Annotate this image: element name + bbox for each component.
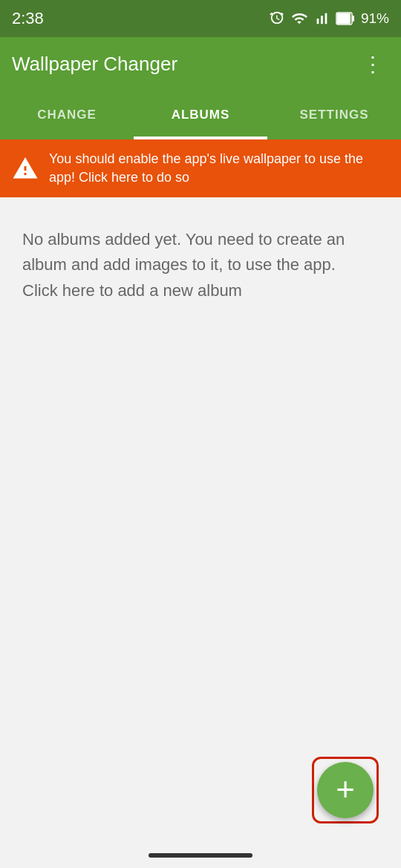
- overflow-menu-icon[interactable]: ⋮: [356, 46, 389, 82]
- app-bar: Wallpaper Changer ⋮: [0, 37, 401, 91]
- tab-change[interactable]: CHANGE: [0, 91, 134, 139]
- wifi-icon: [291, 10, 307, 27]
- svg-rect-1: [352, 16, 354, 22]
- tab-bar: CHANGE ALBUMS SETTINGS: [0, 91, 401, 139]
- tab-settings[interactable]: SETTINGS: [267, 91, 401, 139]
- empty-message[interactable]: No albums added yet. You need to create …: [22, 227, 379, 303]
- battery-percent: 91%: [361, 10, 389, 27]
- app-title: Wallpaper Changer: [12, 53, 177, 76]
- add-album-button[interactable]: +: [317, 762, 374, 818]
- main-content[interactable]: No albums added yet. You need to create …: [0, 197, 401, 332]
- status-bar: 2:38 91%: [0, 0, 401, 37]
- status-icons: 91%: [269, 10, 389, 27]
- home-indicator: [149, 853, 252, 858]
- fab-container: +: [312, 757, 379, 823]
- svg-rect-2: [337, 13, 351, 24]
- warning-banner[interactable]: You should enable the app's live wallpap…: [0, 139, 401, 197]
- signal-icon: [313, 10, 330, 27]
- fab-wrapper: +: [312, 757, 379, 823]
- warning-triangle-icon: [12, 155, 39, 182]
- alarm-icon: [269, 10, 285, 27]
- tab-albums[interactable]: ALBUMS: [134, 91, 267, 139]
- plus-icon: +: [336, 773, 355, 806]
- battery-icon: [336, 10, 355, 27]
- status-time: 2:38: [12, 9, 44, 28]
- warning-text: You should enable the app's live wallpap…: [49, 150, 389, 187]
